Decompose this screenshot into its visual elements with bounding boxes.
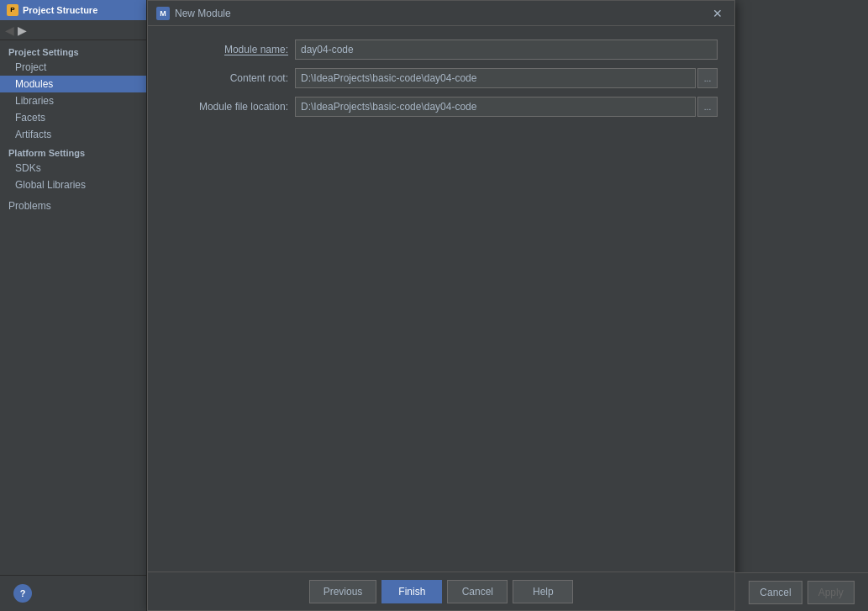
module-file-location-row: Module file location: ... [165,97,718,117]
platform-settings-label: Platform Settings [0,143,146,160]
right-cancel-button[interactable]: Cancel [749,581,802,604]
content-root-input[interactable] [295,68,696,88]
dialog-title-text: New Module [175,8,231,19]
content-root-row: Content root: ... [165,68,718,88]
dialog-body: Module name: Content root: ... Module fi… [148,26,734,571]
back-arrow-icon[interactable]: ◀ [5,24,14,37]
sidebar-item-global-libraries[interactable]: Global Libraries [0,176,146,193]
content-root-input-row: ... [295,68,718,88]
sidebar-item-artifacts[interactable]: Artifacts [0,126,146,143]
project-settings-label: Project Settings [0,44,146,59]
cancel-button[interactable]: Cancel [447,580,508,603]
module-name-input[interactable] [295,40,718,60]
help-button[interactable]: ? [13,584,32,603]
sidebar-item-sdks[interactable]: SDKs [0,160,146,176]
module-name-label: Module name: [165,44,295,55]
module-file-location-browse-button[interactable]: ... [697,97,718,117]
sidebar-item-modules[interactable]: Modules [0,76,146,92]
dialog-title-icon: M [156,7,170,20]
sidebar-item-project[interactable]: Project [0,59,146,76]
content-root-label: Content root: [165,72,295,84]
module-file-location-label: Module file location: [165,101,295,113]
module-file-location-input[interactable] [295,97,696,117]
content-root-browse-button[interactable]: ... [697,68,718,88]
sidebar-item-facets[interactable]: Facets [0,109,146,126]
dialog-footer: Previous Finish Cancel Help [148,571,734,610]
new-module-dialog: M New Module ✕ Module name: Content root… [147,0,735,611]
panel-nav: ◀ ▶ [0,20,146,40]
module-file-location-input-row: ... [295,97,718,117]
module-name-row: Module name: [165,40,718,60]
right-apply-button: Apply [808,581,855,604]
help-dialog-button[interactable]: Help [513,580,573,603]
sidebar-item-libraries[interactable]: Libraries [0,92,146,109]
right-action-buttons: Cancel Apply [735,572,868,611]
panel-title-text: Project Structure [23,5,97,15]
sidebar-content: Project Settings Project Modules Librari… [0,40,146,575]
finish-button[interactable]: Finish [381,580,442,603]
project-structure-panel: P Project Structure ◀ ▶ Project Settings… [0,0,147,611]
dialog-title: M New Module [156,7,231,20]
panel-title: P Project Structure [0,0,146,20]
dialog-close-button[interactable]: ✕ [709,8,726,19]
previous-button[interactable]: Previous [309,580,377,603]
dialog-titlebar: M New Module ✕ [148,1,734,26]
forward-arrow-icon[interactable]: ▶ [18,24,27,37]
sidebar-item-problems[interactable]: Problems [0,193,146,214]
panel-title-icon: P [7,4,18,16]
